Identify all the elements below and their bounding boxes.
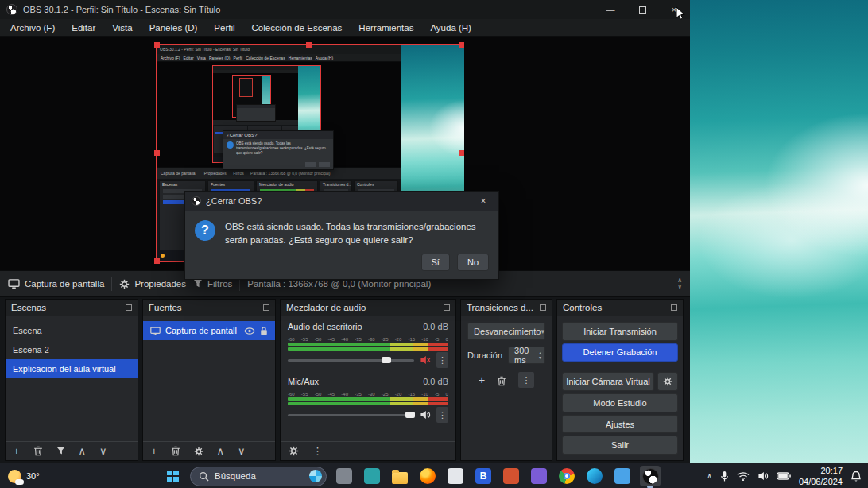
dock-float-icon[interactable] (540, 304, 546, 311)
dialog-close-button[interactable]: × (475, 196, 492, 207)
resize-handle[interactable] (154, 258, 160, 264)
remove-source-button[interactable] (171, 446, 180, 456)
add-scene-button[interactable]: + (14, 446, 20, 456)
source-properties-button[interactable] (194, 447, 203, 456)
source-item-selected[interactable]: Captura de pantall (143, 321, 275, 340)
app-blue-icon[interactable] (612, 466, 633, 486)
window-titlebar[interactable]: OBS 30.1.2 - Perfil: Sin Título - Escena… (0, 0, 690, 19)
monitor-icon (150, 327, 161, 335)
lock-icon[interactable] (260, 326, 268, 335)
wifi-icon[interactable] (737, 471, 750, 481)
add-transition-button[interactable]: + (479, 374, 485, 386)
studio-mode-button[interactable]: Modo Estudio (562, 393, 678, 412)
mouse-cursor (674, 6, 688, 25)
start-button[interactable] (162, 466, 183, 486)
search-icon (199, 471, 209, 482)
start-virtual-camera-button[interactable]: Iniciar Cámara Virtual (562, 372, 654, 391)
move-scene-up-button[interactable]: ∧ (79, 446, 87, 456)
toolbar-scroll-arrows[interactable]: ∧ ∨ (677, 277, 682, 290)
dialog-no-button[interactable]: No (457, 254, 489, 271)
menu-archivo[interactable]: Archivo (F) (10, 23, 55, 33)
menu-paneles[interactable]: Paneles (D) (149, 23, 198, 33)
gear-icon (663, 377, 672, 386)
firefox-icon[interactable] (417, 466, 438, 486)
move-source-down-button[interactable]: ∨ (238, 446, 246, 456)
mixer-settings-button[interactable] (289, 446, 299, 456)
spin-arrows-icon[interactable]: ▴▾ (539, 351, 541, 360)
menu-editar[interactable]: Editar (72, 23, 95, 33)
dock-float-icon[interactable] (444, 304, 450, 311)
transition-select[interactable]: Desvanecimiento ▾ (467, 323, 545, 340)
dialog-yes-button[interactable]: Sí (421, 254, 450, 271)
trash-icon (33, 446, 43, 456)
menu-ayuda[interactable]: Ayuda (H) (430, 23, 471, 33)
remove-transition-button[interactable] (497, 374, 506, 386)
scene-item[interactable]: Escena 2 (6, 340, 138, 359)
app-window-icon[interactable] (334, 466, 355, 486)
move-source-up-button[interactable]: ∧ (217, 446, 225, 456)
filters-button[interactable]: Filtros (193, 279, 232, 289)
battery-icon[interactable] (777, 472, 791, 480)
weather-icon (8, 470, 21, 483)
scene-item[interactable]: Escena (6, 321, 138, 340)
microphone-icon[interactable] (720, 471, 729, 482)
resize-handle[interactable] (459, 150, 464, 156)
menu-perfil[interactable]: Perfil (214, 23, 234, 33)
scene-filters-button[interactable] (56, 447, 65, 455)
weather-widget[interactable]: 30° (8, 463, 40, 488)
menu-vista[interactable]: Vista (112, 23, 132, 33)
search-box[interactable]: Búsqueda (190, 467, 327, 486)
dock-float-icon[interactable] (671, 304, 677, 311)
volume-slider[interactable] (288, 355, 414, 365)
slider-handle[interactable] (382, 357, 391, 363)
start-streaming-button[interactable]: Iniciar Transmisión (562, 322, 678, 341)
mixer-menu-button[interactable]: ⋮ (312, 446, 323, 456)
app-teal-icon[interactable] (362, 466, 382, 486)
eye-icon[interactable] (244, 327, 255, 335)
exit-button[interactable]: Salir (562, 436, 678, 455)
mixer-track-mic: Mic/Aux 0.0 dB -60-55-50-45-40-35-30-25-… (288, 377, 448, 423)
app-purple-icon[interactable] (529, 466, 549, 486)
mute-speaker-icon[interactable] (420, 355, 431, 365)
scene-item-selected[interactable]: Explicacion del aula virtual (6, 359, 138, 378)
resize-handle[interactable] (459, 42, 464, 48)
stop-recording-button[interactable]: Detener Grabación (562, 343, 678, 362)
track-options-button[interactable]: ⋮ (436, 352, 448, 368)
dock-float-icon[interactable] (126, 304, 132, 311)
move-scene-down-button[interactable]: ∨ (99, 446, 107, 456)
properties-button[interactable]: Propiedades (119, 279, 186, 289)
speaker-icon[interactable] (420, 410, 431, 420)
tray-clock[interactable]: 20:17 04/06/2024 (799, 465, 843, 488)
resize-handle[interactable] (154, 150, 160, 156)
volume-slider[interactable] (288, 410, 414, 420)
dialog-titlebar[interactable]: ¿Cerrar OBS? × (185, 192, 498, 211)
file-explorer-icon[interactable] (389, 466, 410, 486)
maximize-button[interactable] (626, 0, 658, 19)
resize-handle[interactable] (154, 42, 160, 48)
tray-chevron-icon[interactable]: ∧ (707, 472, 712, 480)
add-source-button[interactable]: + (151, 446, 157, 456)
app-orange-icon[interactable] (501, 466, 521, 486)
menu-coleccion-escenas[interactable]: Colección de Escenas (252, 23, 343, 33)
edge-icon[interactable] (584, 466, 605, 486)
app-b-icon[interactable]: B (473, 466, 494, 486)
settings-button[interactable]: Ajustes (562, 415, 678, 434)
speaker-icon[interactable] (758, 471, 769, 481)
screen: OBS 30.1.2 - Perfil: Sin Título - Escena… (0, 0, 868, 488)
dock-float-icon[interactable] (263, 304, 269, 311)
menu-herramientas[interactable]: Herramientas (358, 23, 413, 33)
minimize-button[interactable]: — (595, 0, 626, 19)
duration-spinbox[interactable]: 300 ms ▴▾ (508, 347, 545, 364)
obs-taskbar-icon[interactable] (640, 466, 661, 486)
chevron-down-icon[interactable]: ∨ (677, 284, 682, 290)
meter-scale: -60-55-50-45-40-35-30-25-20-15-10-50 (288, 337, 448, 342)
chrome-icon[interactable] (556, 466, 577, 486)
app-light-icon[interactable] (445, 466, 466, 486)
virtual-camera-settings-button[interactable] (657, 372, 678, 391)
notification-bell-icon[interactable] (851, 471, 862, 482)
slider-handle[interactable] (405, 412, 415, 418)
resize-handle[interactable] (306, 42, 312, 48)
track-options-button[interactable]: ⋮ (436, 407, 448, 423)
remove-scene-button[interactable] (33, 446, 43, 456)
transition-menu-button[interactable]: ⋮ (518, 372, 534, 388)
